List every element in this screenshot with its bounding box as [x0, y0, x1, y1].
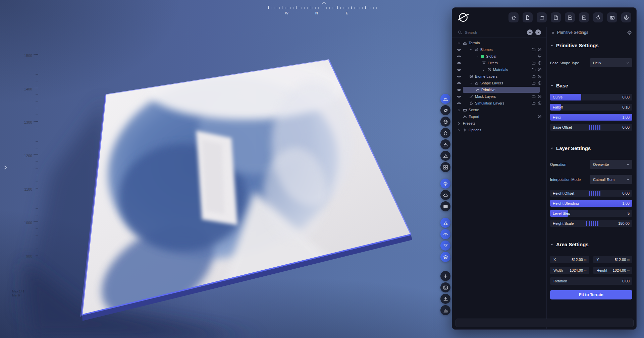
fit-to-terrain-button[interactable]: Fit to Terrain: [550, 290, 632, 299]
add-button[interactable]: [538, 81, 542, 85]
visibility-toggle[interactable]: [457, 94, 463, 99]
tree-item-presets[interactable]: Presets: [452, 120, 546, 127]
tool-image-button[interactable]: [440, 282, 450, 292]
operation-select[interactable]: Overwrite: [590, 160, 632, 169]
tree-item-global[interactable]: Global: [452, 53, 546, 60]
tree-item-biomes[interactable]: Biomes: [452, 46, 546, 53]
stack-button[interactable]: [538, 54, 542, 58]
base-shape-type-select[interactable]: Helix: [590, 58, 632, 67]
tool-eye-button[interactable]: [440, 229, 450, 239]
section-layer-settings[interactable]: Layer Settings: [550, 145, 632, 151]
section-primitive-settings[interactable]: Primitive Settings: [550, 43, 632, 48]
add-button[interactable]: [538, 101, 542, 105]
folder-button[interactable]: [532, 81, 536, 85]
add-button[interactable]: [538, 74, 542, 78]
tool-mountain-button[interactable]: [440, 94, 450, 104]
search-next-button[interactable]: [535, 29, 541, 35]
tree-item-materials[interactable]: Materials: [452, 66, 546, 73]
section-base[interactable]: Base: [550, 83, 632, 88]
tool-nodes-button[interactable]: [440, 218, 450, 228]
visibility-toggle[interactable]: [457, 88, 463, 92]
interpolation-select[interactable]: Catmull-Rom: [590, 175, 632, 184]
chevron-right-icon[interactable]: [482, 68, 486, 72]
tool-filter-button[interactable]: [440, 241, 450, 251]
visibility-toggle[interactable]: [457, 74, 463, 79]
tool-slope-button[interactable]: [440, 151, 450, 161]
folder-button[interactable]: [532, 68, 536, 72]
chevron-down-icon[interactable]: [469, 81, 473, 85]
refresh-button[interactable]: [593, 12, 603, 22]
area-field-width[interactable]: Width1024.00m: [550, 267, 589, 274]
add-button[interactable]: [538, 94, 542, 98]
settings-gear-icon[interactable]: [627, 30, 632, 35]
search-prev-button[interactable]: [527, 29, 533, 35]
slider-height-offset[interactable]: Height Offset0.00: [550, 190, 632, 197]
visibility-toggle[interactable]: [457, 48, 463, 52]
chevron-down-icon[interactable]: [476, 55, 479, 58]
slider-height-blending[interactable]: Height Blending1.00: [550, 200, 632, 207]
tool-chart-button[interactable]: [440, 305, 450, 315]
rotation-field[interactable]: Rotation 0.00: [550, 277, 632, 285]
tree-item-export[interactable]: Export: [452, 113, 546, 120]
tool-sliders-button[interactable]: [440, 201, 450, 211]
tool-grid-button[interactable]: [440, 162, 450, 172]
file-button[interactable]: [523, 12, 533, 22]
tree-item-mask-layers[interactable]: Mask Layers: [452, 93, 546, 100]
add-button[interactable]: [538, 68, 542, 72]
expand-toggle[interactable]: [457, 128, 463, 132]
add-button[interactable]: [538, 61, 542, 65]
slider-falloff[interactable]: Falloff0.10: [550, 104, 632, 111]
home-button[interactable]: [508, 12, 519, 22]
slider-helix[interactable]: Helix1.00: [550, 114, 632, 121]
tree-item-terrain[interactable]: Terrain: [452, 40, 546, 46]
search-input[interactable]: [465, 30, 524, 35]
chevron-down-icon[interactable]: [469, 48, 473, 52]
camera-button[interactable]: [607, 12, 617, 22]
folder-button[interactable]: [532, 48, 536, 52]
tool-planet-button[interactable]: [440, 105, 450, 115]
tree-item-scene[interactable]: Scene: [452, 107, 546, 113]
save-arrow-button[interactable]: [579, 12, 589, 22]
area-field-height[interactable]: Height1024.00m: [593, 267, 633, 274]
save-button[interactable]: [551, 12, 561, 22]
tree-item-biome-layers[interactable]: Biome Layers: [452, 73, 546, 80]
status-bar[interactable]: [455, 319, 634, 327]
slider-level-step[interactable]: Level Step5: [550, 210, 632, 217]
folder-button[interactable]: [537, 12, 547, 22]
tool-peak-button[interactable]: [440, 139, 450, 149]
area-field-y[interactable]: Y512.00m: [593, 256, 633, 263]
visibility-toggle[interactable]: [457, 54, 463, 59]
save-plus-button[interactable]: [565, 12, 575, 22]
folder-button[interactable]: [532, 74, 536, 78]
add-button[interactable]: [538, 48, 542, 52]
tool-download-button[interactable]: [440, 294, 450, 304]
slider-height-scale[interactable]: Height Scale150.00: [550, 220, 632, 227]
tree-item-options[interactable]: Options: [452, 127, 546, 133]
tree-item-primitive[interactable]: Primitive: [452, 86, 546, 93]
visibility-toggle[interactable]: [457, 81, 463, 85]
section-area-settings[interactable]: Area Settings: [550, 242, 632, 247]
tree-item-shape-layers[interactable]: Shape Layers: [452, 80, 546, 86]
tool-cloud-button[interactable]: [440, 190, 450, 200]
visibility-toggle[interactable]: [457, 61, 463, 65]
tree-item-filters[interactable]: Filters: [452, 60, 546, 66]
tool-droplet-button[interactable]: [440, 128, 450, 138]
tool-gear-button[interactable]: [440, 179, 450, 189]
visibility-toggle[interactable]: [457, 68, 463, 72]
tree-item-simulation-layers[interactable]: Simulation Layers: [452, 100, 546, 107]
slider-curve[interactable]: Curve0.80: [550, 94, 632, 100]
panel-expand-arrow[interactable]: [3, 165, 8, 170]
account-button[interactable]: [621, 12, 631, 22]
expand-toggle[interactable]: [457, 121, 463, 126]
tool-layers-button[interactable]: [440, 252, 450, 262]
area-field-x[interactable]: X512.00m: [550, 256, 589, 263]
tool-plus-button[interactable]: [440, 271, 450, 281]
expand-toggle[interactable]: [457, 108, 463, 112]
folder-button[interactable]: [532, 101, 536, 105]
add-button[interactable]: [538, 115, 542, 119]
expand-toggle[interactable]: [457, 41, 463, 45]
tool-globe-button[interactable]: [440, 117, 450, 127]
folder-button[interactable]: [532, 61, 536, 65]
folder-button[interactable]: [532, 94, 536, 98]
slider-base-offset[interactable]: Base Offset0.00: [550, 124, 632, 131]
